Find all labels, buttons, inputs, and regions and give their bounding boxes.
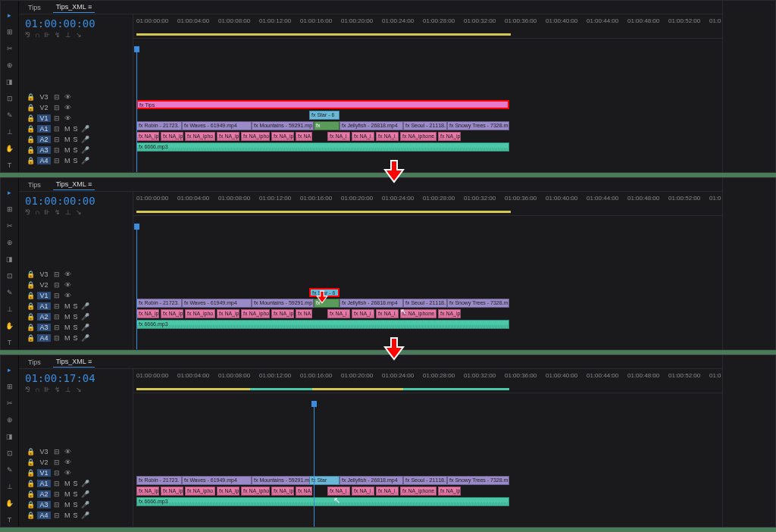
track-header-A4[interactable]: 🔒A4⊟MS🎤 [19,510,133,521]
tool-3[interactable]: ⊕ [3,58,17,72]
clip-audio[interactable]: fx NA_ip [161,309,183,318]
tool-1[interactable]: ⊞ [3,202,17,216]
track-header-V1[interactable]: 🔒V1⊟👁 [19,290,133,301]
track-a1[interactable]: fx NA_ipfx NA_ipfx NA_iphofx NA_ipfx NA_… [133,486,722,496]
clip-audio[interactable]: fx NA_ip [271,132,294,141]
playhead[interactable] [314,404,314,527]
tool-6[interactable]: ✎ [3,108,17,122]
track-v3[interactable]: fx Tips [133,99,722,110]
clip-audio[interactable]: fx NA_ipho [185,487,215,496]
clip-audio[interactable]: fx NA_i [352,132,374,141]
tool-0[interactable]: ▸ [3,186,17,199]
clip-audio[interactable]: fx NA_iphone [400,132,436,141]
clip-music[interactable]: fx 6666.mp3 [136,320,509,329]
track-a2[interactable]: fx 6666.mp3 [133,319,722,330]
work-area-bar[interactable] [312,388,403,390]
clip-audio[interactable]: fx NA_i [376,487,399,496]
track-header-V1[interactable]: 🔒V1⊟👁 [19,468,133,478]
track-a1[interactable]: fx NA_ipfx NA_ipfx NA_iphofx NA_ipfx NA_… [133,131,722,142]
clip-video[interactable]: fx Waves - 61949.mp4 [182,299,252,308]
clip-audio[interactable]: fx NA_i [327,132,350,141]
track-header-A3[interactable]: 🔒A3⊟MS🎤 [19,322,133,333]
track-header-V3[interactable]: 🔒V3⊟👁 [19,269,133,280]
clip-audio[interactable]: fx NA [296,132,312,141]
track-header-A2[interactable]: 🔒A2⊟MS🎤 [19,311,133,322]
track-a2[interactable]: fx 6666.mp3 [133,496,722,507]
clip-video[interactable]: fx Snowy Trees - 7328.mp4 [447,476,509,485]
track-header-A4[interactable]: 🔒A4⊟MS🎤 [19,333,133,343]
tool-5[interactable]: ⊡ [3,446,17,460]
track-header-A1[interactable]: 🔒A1⊟MS🎤 [19,301,133,311]
clip-video[interactable]: fx Robin - 21723. [136,121,182,130]
tool-5[interactable]: ⊡ [3,269,17,283]
clip-audio[interactable]: fx NA_ipho [241,132,270,141]
time-ruler[interactable]: 01:00:00:0001:00:04:0001:00:08:0001:00:1… [133,192,722,216]
timecode-display[interactable]: 01:00:00:00⅋∩⊪↯⊥↘ [19,192,133,216]
tool-0[interactable]: ▸ [3,8,17,22]
clip-video[interactable]: fx Waves - 61949.mp4 [182,121,252,130]
playhead[interactable] [136,227,137,349]
tool-3[interactable]: ⊕ [3,413,17,427]
clip-video[interactable]: fx Mountains - 59291.mp [252,476,314,485]
tool-2[interactable]: ✂ [3,219,17,233]
clip-music[interactable]: fx 6666.mp3 [136,142,509,152]
clip-audio[interactable]: fx NA_ip [217,487,239,496]
clip-audio[interactable]: fx NA_i [327,487,350,496]
tool-1[interactable]: ⊞ [3,380,17,393]
clip-video[interactable]: fx Robin - 21723. [136,299,182,308]
work-area-bar[interactable] [136,388,250,390]
tool-8[interactable]: ✋ [3,319,17,333]
clip-music[interactable]: fx 6666.mp3 [136,497,509,506]
tool-8[interactable]: ✋ [3,496,17,510]
track-a1[interactable]: fx NA_ipfx NA_ipfx NA_iphofx NA_ipfx NA_… [133,308,722,319]
tool-2[interactable]: ✂ [3,42,17,55]
tracks-content[interactable]: ↖fx Star - 6fx Robin - 21723.fx Waves - … [133,216,722,349]
tool-2[interactable]: ✂ [3,396,17,410]
tool-5[interactable]: ⊡ [3,92,17,105]
clip-audio[interactable]: fx NA [296,309,312,318]
track-header-V2[interactable]: 🔒V2⊟👁 [19,457,133,468]
clip-video[interactable]: fx Snowy Trees - 7328.mp4 [447,121,509,130]
clip-audio[interactable]: fx NA_ipho [185,132,215,141]
clip-audio[interactable]: fx NA_ip [161,487,183,496]
track-v2[interactable]: fx Star - 6 [133,110,722,120]
clip-title[interactable]: fx Tips [136,100,509,109]
clip-audio[interactable]: fx NA_i [327,309,350,318]
work-area-bar[interactable] [250,388,312,390]
clip-video[interactable]: fx Robin - 21723. [136,476,182,485]
clip-video[interactable]: fx Seoul - 21118. [403,121,447,130]
track-header-A2[interactable]: 🔒A2⊟MS🎤 [19,489,133,499]
tab-Tips_XML[interactable]: Tips_XML ≡ [53,2,95,13]
track-v1[interactable]: fx Robin - 21723.fx Waves - 61949.mp4fx … [133,298,722,308]
clip-audio[interactable]: fx NA [296,487,312,496]
tool-9[interactable]: T [3,158,17,172]
clip-audio[interactable]: fx NA_ip [136,309,159,318]
tool-9[interactable]: T [3,336,17,349]
tool-4[interactable]: ◨ [3,252,17,266]
track-header-A3[interactable]: 🔒A3⊟MS🎤 [19,499,133,510]
tab-Tips_XML[interactable]: Tips_XML ≡ [53,179,95,190]
clip-audio[interactable]: fx NA_ip [217,309,239,318]
tool-8[interactable]: ✋ [3,142,17,155]
clip-audio[interactable]: fx NA_ipho [241,487,270,496]
timecode-display[interactable]: 01:00:00:00⅋∩⊪↯⊥↘ [19,14,133,39]
clip-video[interactable]: fx Jellyfish - 26818.mp4 [340,476,403,485]
tab-Tips_XML[interactable]: Tips_XML ≡ [53,356,95,368]
clip-audio[interactable]: fx NA_i [352,487,374,496]
clip-audio[interactable]: fx NA_ipho [241,309,270,318]
clip-audio[interactable]: fx NA_ip [438,132,461,141]
clip-audio[interactable]: fx NA_ip [438,309,461,318]
track-header-A1[interactable]: 🔒A1⊟MS🎤 [19,478,133,489]
clip-green[interactable]: fx [314,121,340,130]
clip-video[interactable]: fx Seoul - 21118. [403,476,447,485]
tool-3[interactable]: ⊕ [3,236,17,249]
clip-audio[interactable]: fx NA_ipho [185,309,215,318]
tracks-content[interactable]: ↖fx Robin - 21723.fx Waves - 61949.mp4fx… [133,393,722,527]
clip-audio[interactable]: fx NA_ip [136,487,159,496]
track-header-V3[interactable]: 🔒V3⊟👁 [19,92,133,102]
clip-video[interactable]: fx Jellyfish - 26818.mp4 [340,299,403,308]
timecode-display[interactable]: 01:00:17:04⅋∩⊪↯⊥↘ [19,369,133,393]
clip-audio[interactable]: fx NA_ip [271,487,294,496]
tab-Tips[interactable]: Tips [25,357,44,368]
tool-1[interactable]: ⊞ [3,25,17,39]
